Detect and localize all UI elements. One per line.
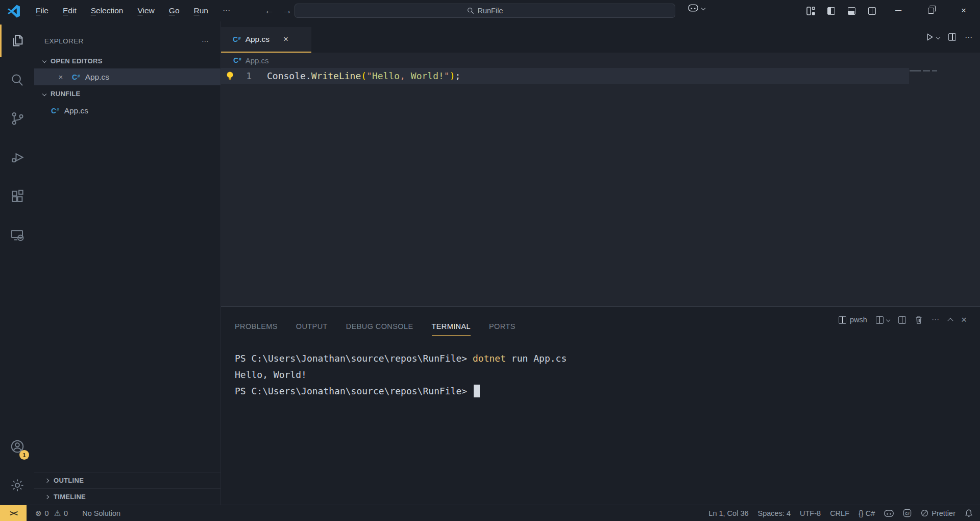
circle-slash-icon	[921, 509, 928, 517]
launch-profile-button[interactable]	[876, 316, 890, 324]
split-editor-button[interactable]	[948, 33, 956, 41]
window-minimize-button[interactable]: ─	[882, 0, 915, 21]
close-panel-icon[interactable]: ×	[961, 314, 967, 325]
code-token: World!	[411, 70, 444, 81]
lightbulb-icon[interactable]	[224, 71, 235, 81]
customize-layout-button[interactable]	[800, 0, 821, 21]
csharp-file-icon: C#	[51, 107, 59, 114]
svg-text:C#: C#	[905, 512, 910, 516]
panel-more-actions[interactable]: ⋯	[932, 315, 940, 324]
nav-forward-icon[interactable]: →	[282, 5, 292, 16]
window-close-button[interactable]: ×	[947, 0, 980, 21]
minimap-line-mark	[910, 70, 921, 72]
menu-more[interactable]: ⋯	[217, 4, 236, 17]
toggle-primary-sidebar-button[interactable]	[821, 0, 841, 21]
language-mode-status[interactable]: {} C#	[854, 505, 879, 521]
editor-more-actions[interactable]: ⋯	[965, 33, 973, 42]
copilot-icon	[688, 4, 698, 12]
activity-source-control[interactable]	[0, 99, 34, 138]
terminal-text: PS C:\Users\Jonathan\source\repos\RunFil…	[235, 386, 473, 396]
code-token: "	[366, 70, 372, 81]
copilot-button[interactable]	[688, 4, 705, 12]
panel-tab-output[interactable]: OUTPUT	[296, 317, 328, 336]
file-item-label: App.cs	[64, 106, 88, 115]
terminal-output[interactable]: PS C:\Users\Jonathan\source\repos\RunFil…	[221, 340, 980, 399]
open-editors-header[interactable]: OPEN EDITORS	[34, 53, 220, 68]
code-token: Hello	[372, 70, 400, 81]
maximize-panel-icon[interactable]	[947, 318, 953, 323]
remote-indicator[interactable]: ><	[0, 505, 27, 521]
eol-status[interactable]: CRLF	[825, 505, 854, 521]
notifications-bell[interactable]	[960, 505, 974, 521]
code-token: Console	[267, 70, 306, 81]
run-debug-icon	[10, 150, 25, 165]
encoding-status[interactable]: UTF-8	[795, 505, 825, 521]
prettier-status[interactable]: Prettier	[916, 505, 960, 521]
open-editor-label: App.cs	[85, 73, 109, 82]
panel-tab-problems[interactable]: PROBLEMS	[235, 317, 278, 336]
outline-section-header[interactable]: OUTLINE	[34, 472, 220, 488]
panel-tab-terminal[interactable]: TERMINAL	[432, 317, 471, 336]
run-code-button[interactable]	[925, 33, 940, 41]
toggle-panel-button[interactable]	[841, 0, 862, 21]
explorer-more-actions[interactable]: ⋯	[198, 36, 213, 46]
accounts-button[interactable]: 1	[0, 427, 34, 466]
csharp-extension-status[interactable]: C#	[898, 505, 916, 521]
code-token: (	[361, 70, 366, 81]
menu-go[interactable]: Go	[164, 4, 185, 18]
tab-label: App.cs	[246, 35, 270, 44]
tab-appcs[interactable]: C# App.cs ×	[221, 27, 311, 53]
extensions-icon	[10, 188, 25, 204]
minimap[interactable]	[910, 70, 961, 72]
breadcrumb[interactable]: C# App.cs	[221, 53, 980, 68]
new-terminal-icon	[876, 316, 884, 324]
panel-tab-debug-console[interactable]: DEBUG CONSOLE	[346, 317, 413, 336]
terminal-instance-pwsh[interactable]: pwsh	[839, 316, 867, 324]
title-bar: FileEditSelectionViewGoRun⋯ ← → RunFile …	[0, 0, 980, 21]
error-icon: ⊗	[35, 509, 42, 518]
terminal-line: Hello, World!	[235, 366, 980, 383]
code-line: Console.WriteLine("Hello, World!");	[267, 70, 460, 81]
editor-tab-bar: C# App.cs × ⋯	[221, 21, 980, 53]
csharp-file-icon: C#	[72, 74, 80, 81]
activity-extensions[interactable]	[0, 177, 34, 216]
indentation-status[interactable]: Spaces: 4	[753, 505, 796, 521]
settings-button[interactable]	[0, 466, 34, 505]
split-terminal-button[interactable]	[898, 316, 906, 324]
menu-run[interactable]: Run	[189, 4, 213, 18]
current-line: 1 Console.WriteLine("Hello, World!");	[221, 68, 909, 84]
run-icon	[925, 33, 934, 41]
code-editor[interactable]: 1 Console.WriteLine("Hello, World!");	[221, 68, 980, 306]
code-token: "	[444, 70, 450, 81]
menu-selection[interactable]: Selection	[86, 4, 129, 18]
menu-file[interactable]: File	[31, 4, 54, 18]
close-editor-icon[interactable]: ×	[56, 73, 66, 81]
activity-remote-explorer[interactable]	[0, 216, 34, 254]
account-badge: 1	[19, 450, 29, 460]
copilot-status[interactable]	[879, 505, 898, 521]
command-center-search[interactable]: RunFile	[295, 4, 675, 18]
activity-run-and-debug[interactable]	[0, 138, 34, 177]
solution-status[interactable]: No Solution	[78, 505, 125, 521]
window-restore-button[interactable]	[915, 0, 947, 21]
csharp-file-icon: C#	[233, 36, 241, 43]
cursor-position-status[interactable]: Ln 1, Col 36	[704, 505, 753, 521]
code-token: WriteLine	[311, 70, 361, 81]
activity-search[interactable]	[0, 60, 34, 99]
activity-explorer[interactable]	[0, 21, 34, 60]
tab-close-icon[interactable]: ×	[283, 34, 288, 44]
toggle-secondary-sidebar-button[interactable]	[862, 0, 882, 21]
nav-back-icon[interactable]: ←	[264, 5, 274, 16]
panel-tab-ports[interactable]: PORTS	[489, 317, 516, 336]
chevron-down-icon	[936, 35, 940, 39]
file-item-appcs[interactable]: C# App.cs	[34, 102, 220, 119]
open-editor-item-appcs[interactable]: × C# App.cs	[34, 68, 220, 85]
terminal-line: PS C:\Users\Jonathan\source\repos\RunFil…	[235, 350, 980, 366]
problems-status[interactable]: ⊗ 0 ⚠ 0	[31, 505, 72, 521]
timeline-section-header[interactable]: TIMELINE	[34, 488, 220, 505]
kill-terminal-button[interactable]	[915, 316, 923, 324]
menu-view[interactable]: View	[132, 4, 159, 18]
chevron-down-icon	[886, 318, 890, 322]
folder-section-header[interactable]: RUNFILE	[34, 85, 220, 102]
menu-edit[interactable]: Edit	[58, 4, 82, 18]
